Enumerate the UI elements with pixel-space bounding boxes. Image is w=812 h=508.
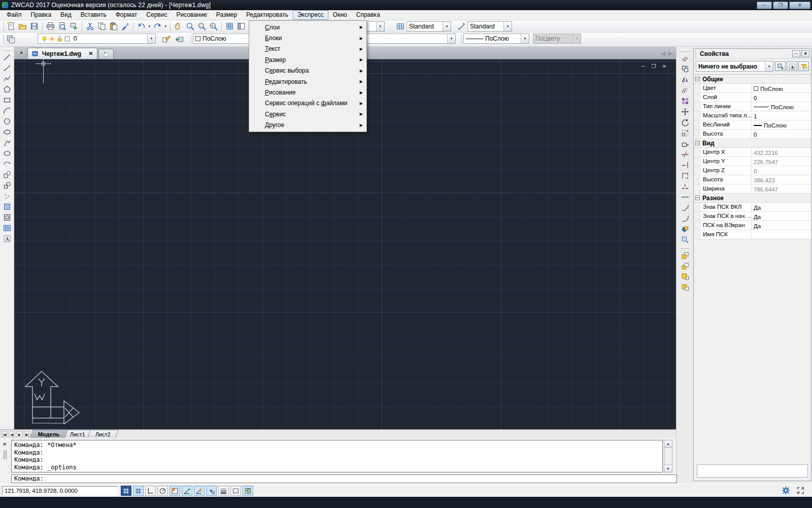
line-button[interactable] bbox=[2, 52, 13, 62]
bring-above-button[interactable] bbox=[680, 271, 691, 282]
status-toggle-lineweight-display[interactable] bbox=[218, 486, 229, 496]
chevron-down-icon[interactable]: ▼ bbox=[503, 22, 512, 31]
trim-button[interactable] bbox=[680, 149, 691, 160]
region-button[interactable] bbox=[2, 212, 13, 223]
menu-item-Файл[interactable]: Файл bbox=[2, 10, 26, 20]
layout-nav-last-button[interactable]: ▶| bbox=[24, 431, 30, 437]
extend-button[interactable] bbox=[680, 160, 691, 170]
layout-tab-Лист2[interactable]: Лист2 bbox=[87, 430, 118, 438]
scale-button[interactable] bbox=[680, 128, 691, 138]
revision-cloud-button[interactable] bbox=[2, 126, 13, 137]
express-menu-item[interactable]: Сервис▶ bbox=[249, 109, 366, 119]
ellipse-button[interactable] bbox=[2, 148, 13, 158]
publish-button[interactable] bbox=[68, 21, 80, 32]
menu-item-Вставить[interactable]: Вставить bbox=[76, 10, 111, 20]
send-to-back-button[interactable] bbox=[680, 261, 691, 271]
toolbar-grip[interactable] bbox=[2, 22, 4, 31]
status-toggle-dynamic-input[interactable] bbox=[206, 486, 217, 496]
print-preview-button[interactable] bbox=[56, 21, 68, 32]
quick-calc-button[interactable] bbox=[224, 21, 235, 32]
express-menu-item[interactable]: Сервис операций с файлами▶ bbox=[249, 98, 366, 109]
make-block-button[interactable] bbox=[2, 180, 13, 190]
open-button[interactable] bbox=[17, 21, 28, 32]
chevron-down-icon[interactable]: ▼ bbox=[147, 34, 155, 43]
plot-style-combo[interactable]: ПоЦвету▼ bbox=[533, 34, 581, 44]
chevron-down-icon[interactable]: ▼ bbox=[765, 61, 773, 71]
zoom-realtime-button[interactable] bbox=[184, 21, 196, 32]
pickadd-toggle-button[interactable] bbox=[775, 61, 786, 71]
chevron-down-icon[interactable]: ▼ bbox=[376, 22, 384, 31]
status-toggle-snap[interactable] bbox=[121, 486, 131, 496]
palette-minimize-icon[interactable]: ─ bbox=[792, 50, 800, 57]
property-value[interactable]: 432.2216 bbox=[752, 148, 811, 156]
print-button[interactable] bbox=[45, 21, 56, 32]
cut-button[interactable] bbox=[84, 21, 96, 32]
layer-combo[interactable]: 0▼ bbox=[38, 34, 156, 44]
copy-object-button[interactable] bbox=[680, 64, 691, 74]
mdi-restore-icon[interactable]: ❐ bbox=[650, 64, 657, 69]
join-button[interactable] bbox=[680, 192, 691, 202]
circle-button[interactable] bbox=[2, 116, 13, 126]
menu-item-Редактировать[interactable]: Редактировать bbox=[242, 10, 293, 20]
status-toggle-grid[interactable] bbox=[133, 486, 144, 496]
chevron-down-icon[interactable]: ▼ bbox=[443, 22, 451, 31]
redo-button[interactable] bbox=[152, 21, 163, 32]
property-value[interactable]: Да bbox=[752, 221, 811, 230]
palette-close-icon[interactable]: ✕ bbox=[801, 50, 809, 57]
status-toggle-model-paper[interactable] bbox=[230, 486, 241, 496]
mirror-button[interactable] bbox=[680, 74, 691, 85]
menu-item-Экспресс[interactable]: Экспресс bbox=[293, 10, 328, 20]
zoom-previous-button[interactable] bbox=[208, 21, 219, 32]
status-toggle-polar[interactable] bbox=[157, 486, 168, 496]
layout-nav-next-button[interactable]: ▶ bbox=[16, 431, 23, 437]
layer-previous-button[interactable] bbox=[174, 34, 185, 45]
bring-to-front-button[interactable] bbox=[680, 250, 691, 261]
menu-item-Правка[interactable]: Правка bbox=[26, 10, 56, 20]
rotate-button[interactable] bbox=[680, 117, 691, 128]
collapse-icon[interactable]: − bbox=[695, 196, 700, 200]
property-section-header[interactable]: −Вид bbox=[694, 139, 811, 148]
gear-icon[interactable] bbox=[782, 486, 790, 495]
mdi-close-icon[interactable]: ✕ bbox=[661, 64, 668, 69]
express-menu-item[interactable]: Слои▶ bbox=[249, 22, 366, 33]
undo-dropdown-icon[interactable]: ▼ bbox=[147, 21, 152, 32]
hatch-button[interactable] bbox=[2, 201, 13, 212]
point-button[interactable] bbox=[2, 190, 13, 201]
status-toggle-polar-tracking[interactable] bbox=[182, 486, 192, 496]
status-toggle-ortho[interactable] bbox=[145, 486, 156, 496]
rectangle-button[interactable] bbox=[2, 94, 13, 105]
match-properties-button[interactable] bbox=[119, 21, 131, 32]
scroll-up-icon[interactable]: ▲ bbox=[664, 440, 672, 448]
new-tab-button[interactable] bbox=[98, 49, 114, 59]
express-menu-item[interactable]: Другое▶ bbox=[249, 120, 366, 131]
fullscreen-icon[interactable] bbox=[796, 486, 805, 495]
offset-button[interactable] bbox=[680, 85, 691, 96]
ray-button[interactable] bbox=[2, 62, 13, 73]
menu-item-Рисование[interactable]: Рисование bbox=[172, 10, 211, 20]
redo-dropdown-icon[interactable]: ▼ bbox=[163, 21, 168, 32]
menu-item-Сервис[interactable]: Сервис bbox=[142, 10, 172, 20]
command-splitter[interactable] bbox=[4, 450, 7, 459]
save-button[interactable] bbox=[28, 21, 40, 32]
express-menu-item[interactable]: Редактировать▶ bbox=[249, 76, 366, 87]
property-value[interactable]: ПоСлою bbox=[752, 120, 811, 129]
send-under-button[interactable] bbox=[680, 282, 691, 293]
explode-button[interactable] bbox=[680, 234, 691, 245]
property-value[interactable]: 1 bbox=[752, 111, 811, 120]
chevron-down-icon[interactable]: ▼ bbox=[521, 34, 529, 43]
selection-filter-combo[interactable]: Ничего не выбрано▼ bbox=[696, 61, 773, 72]
fillet-button[interactable] bbox=[680, 213, 691, 224]
toolbar-grip[interactable] bbox=[681, 246, 689, 249]
window-close-button[interactable]: ✕ bbox=[789, 2, 810, 9]
chamfer-button[interactable] bbox=[680, 202, 691, 213]
paste-button[interactable] bbox=[108, 21, 119, 32]
status-toggle-object-tracking[interactable] bbox=[194, 486, 205, 496]
ellipse-arc-button[interactable] bbox=[2, 158, 13, 169]
toolbar-grip[interactable] bbox=[681, 49, 689, 52]
toolbar-grip[interactable] bbox=[2, 35, 4, 44]
break-at-point-button[interactable] bbox=[680, 181, 691, 192]
status-toggle-esnap[interactable] bbox=[170, 486, 180, 496]
lineweight-combo[interactable]: ПоСлою▼ bbox=[463, 34, 529, 44]
status-toggle-annotation-sync[interactable] bbox=[243, 486, 253, 496]
property-value[interactable]: Да bbox=[752, 203, 811, 211]
